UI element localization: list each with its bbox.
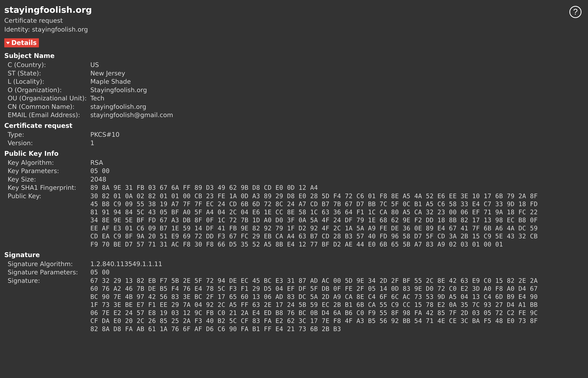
value-email: stayingfoolish@gmail.com <box>90 111 584 119</box>
label-state: ST (State): <box>8 69 90 77</box>
row-signature: Signature: 67 32 29 13 82 EB F7 5B 2E 5F… <box>8 277 584 333</box>
row-locality: L (Locality): Maple Shade <box>8 78 584 85</box>
value-state: New Jersey <box>90 69 584 77</box>
section-heading-signature: Signature <box>4 251 584 259</box>
label-country: C (Country): <box>8 61 90 69</box>
signature-block: Signature Algorithm: 1.2.840.113549.1.1.… <box>4 260 584 333</box>
value-locality: Maple Shade <box>90 78 584 85</box>
label-email: EMAIL (Email Address): <box>8 111 90 119</box>
label-locality: L (Locality): <box>8 78 90 85</box>
row-type: Type: PKCS#10 <box>8 131 584 139</box>
row-country: C (Country): US <box>8 61 584 69</box>
value-type: PKCS#10 <box>90 131 584 139</box>
page-subtitle-identity: Identity: stayingfoolish.org <box>4 26 584 33</box>
label-sig-params: Signature Parameters: <box>8 268 90 276</box>
certificate-request-viewer: ? stayingfoolish.org Certificate request… <box>0 0 588 338</box>
value-key-params: 05 00 <box>90 167 584 175</box>
label-key-alg: Key Algorithm: <box>8 159 90 167</box>
row-key-alg: Key Algorithm: RSA <box>8 159 584 167</box>
label-ou: OU (Organizational Unit): <box>8 94 90 102</box>
page-subtitle-type: Certificate request <box>4 16 584 25</box>
value-key-size: 2048 <box>90 175 584 183</box>
pubkey-block: Key Algorithm: RSA Key Parameters: 05 00… <box>4 159 584 248</box>
row-key-params: Key Parameters: 05 00 <box>8 167 584 175</box>
label-key-params: Key Parameters: <box>8 167 90 175</box>
cert-request-block: Type: PKCS#10 Version: 1 <box>4 131 584 147</box>
help-icon[interactable]: ? <box>569 5 582 18</box>
value-key-sha1: 89 8A 9E 31 FB 03 67 6A FF 89 D3 49 62 9… <box>90 184 584 192</box>
row-sig-alg: Signature Algorithm: 1.2.840.113549.1.1.… <box>8 260 584 268</box>
section-heading-pubkey: Public Key Info <box>4 149 584 158</box>
label-public-key: Public Key: <box>8 192 90 200</box>
details-toggle[interactable]: Details <box>4 38 39 48</box>
row-organization: O (Organization): Stayingfoolish.org <box>8 86 584 94</box>
svg-text:?: ? <box>573 7 578 16</box>
value-country: US <box>90 61 584 69</box>
label-cn: CN (Common Name): <box>8 103 90 111</box>
label-organization: O (Organization): <box>8 86 90 94</box>
value-signature: 67 32 29 13 82 EB F7 5B 2E 5F 72 94 DE E… <box>90 277 584 333</box>
row-key-sha1: Key SHA1 Fingerprint: 89 8A 9E 31 FB 03 … <box>8 184 584 192</box>
label-version: Version: <box>8 139 90 147</box>
label-key-size: Key Size: <box>8 175 90 183</box>
row-email: EMAIL (Email Address): stayingfoolish@gm… <box>8 111 584 119</box>
label-type: Type: <box>8 131 90 139</box>
label-sig-alg: Signature Algorithm: <box>8 260 90 268</box>
row-cn: CN (Common Name): stayingfoolish.org <box>8 103 584 111</box>
row-key-size: Key Size: 2048 <box>8 175 584 183</box>
section-heading-cert-request: Certificate request <box>4 122 584 130</box>
value-public-key: 30 82 01 0A 02 82 01 01 00 CB 23 FE 1A 0… <box>90 192 584 248</box>
details-toggle-label: Details <box>11 39 37 47</box>
value-key-alg: RSA <box>90 159 584 167</box>
section-heading-subject-name: Subject Name <box>4 52 584 60</box>
value-cn: stayingfoolish.org <box>90 103 584 111</box>
subject-name-block: C (Country): US ST (State): New Jersey L… <box>4 61 584 119</box>
value-sig-alg: 1.2.840.113549.1.1.11 <box>90 260 584 268</box>
row-sig-params: Signature Parameters: 05 00 <box>8 268 584 276</box>
label-signature: Signature: <box>8 277 90 285</box>
label-key-sha1: Key SHA1 Fingerprint: <box>8 184 90 192</box>
row-ou: OU (Organizational Unit): Tech <box>8 94 584 102</box>
value-sig-params: 05 00 <box>90 268 584 276</box>
row-version: Version: 1 <box>8 139 584 147</box>
page-title: stayingfoolish.org <box>4 4 584 15</box>
value-ou: Tech <box>90 94 584 102</box>
row-public-key: Public Key: 30 82 01 0A 02 82 01 01 00 C… <box>8 192 584 248</box>
row-state: ST (State): New Jersey <box>8 69 584 77</box>
chevron-down-icon <box>6 42 10 44</box>
value-organization: Stayingfoolish.org <box>90 86 584 94</box>
value-version: 1 <box>90 139 584 147</box>
